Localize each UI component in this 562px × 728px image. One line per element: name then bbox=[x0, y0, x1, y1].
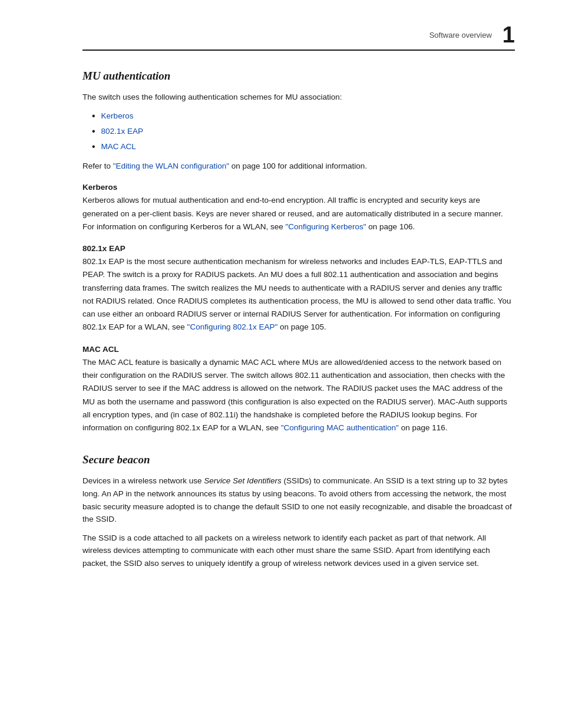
para1-italic: Service Set Identifiers bbox=[204, 476, 281, 485]
mac-acl-link[interactable]: MAC ACL bbox=[101, 140, 136, 153]
para1-before: Devices in a wireless network use bbox=[82, 476, 204, 485]
eap-body: 802.1x EAP is the most secure authentica… bbox=[82, 255, 515, 334]
refer-before: Refer to bbox=[82, 162, 113, 170]
header-bar: Software overview 1 bbox=[82, 24, 515, 51]
chapter-title: Software overview bbox=[429, 31, 492, 39]
bullet-mac-acl: MAC ACL bbox=[82, 140, 515, 153]
refer-text: Refer to "Editing the WLAN configuration… bbox=[82, 160, 515, 173]
secure-beacon-para2: The SSID is a code attached to all packe… bbox=[82, 532, 515, 570]
secure-beacon-heading: Secure beacon bbox=[82, 453, 515, 466]
mac-acl-body2: on page 116. bbox=[399, 423, 448, 432]
mu-bullets: Kerberos 802.1x EAP MAC ACL bbox=[82, 110, 515, 154]
page: Software overview 1 MU authentication Th… bbox=[0, 0, 562, 728]
chapter-number: 1 bbox=[503, 24, 515, 46]
kerberos-body-after: on page 106. bbox=[366, 222, 415, 231]
bullet-802-eap: 802.1x EAP bbox=[82, 125, 515, 138]
eap-link[interactable]: 802.1x EAP bbox=[101, 125, 143, 138]
eap-body-after: on page 105. bbox=[277, 322, 326, 331]
kerberos-link[interactable]: Kerberos bbox=[101, 110, 134, 123]
eap-body-before: 802.1x EAP is the most secure authentica… bbox=[82, 257, 511, 331]
kerberos-body: Kerberos allows for mutual authenticatio… bbox=[82, 194, 515, 233]
editing-wlan-link[interactable]: "Editing the WLAN configuration" bbox=[113, 162, 229, 170]
bullet-kerberos: Kerberos bbox=[82, 110, 515, 123]
mu-intro: The switch uses the following authentica… bbox=[82, 91, 515, 104]
configuring-kerberos-link[interactable]: "Configuring Kerberos" bbox=[285, 222, 366, 231]
mu-authentication-heading: MU authentication bbox=[82, 70, 515, 83]
kerberos-heading: Kerberos bbox=[82, 183, 515, 192]
secure-beacon-para1: Devices in a wireless network use Servic… bbox=[82, 475, 515, 525]
eap-heading: 802.1x EAP bbox=[82, 244, 515, 253]
mac-acl-body: The MAC ACL feature is basically a dynam… bbox=[82, 356, 515, 435]
mac-acl-body1: The MAC ACL feature is basically a dynam… bbox=[82, 358, 507, 432]
configuring-mac-auth-link[interactable]: "Configuring MAC authentication" bbox=[281, 423, 399, 432]
refer-after: on page 100 for additional information. bbox=[229, 162, 367, 170]
configuring-eap-link[interactable]: "Configuring 802.1x EAP" bbox=[187, 322, 278, 331]
mac-acl-heading: MAC ACL bbox=[82, 345, 515, 354]
